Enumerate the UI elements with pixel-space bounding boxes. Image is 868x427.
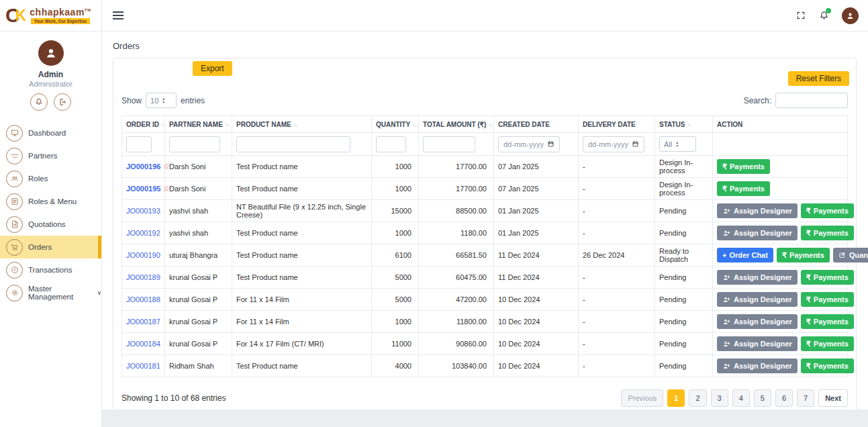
status-filter-select[interactable]: All▲▼ [659, 136, 696, 152]
created-date-cell: 10 Dec 2024 [494, 311, 579, 333]
column-header[interactable]: QUANTITY↑↓ [372, 116, 419, 133]
payments-button[interactable]: ₹Payments [801, 203, 854, 218]
order-id-link[interactable]: JO000190 [126, 251, 160, 259]
created-date-cell: 10 Dec 2024 [494, 355, 579, 377]
partner-name-cell: yashvi shah [165, 222, 232, 244]
payments-button[interactable]: ₹Payments [777, 248, 830, 263]
sidebar-item-orders[interactable]: Orders [0, 236, 101, 258]
notifications-bell-button[interactable] [818, 10, 830, 21]
order-id-link[interactable]: JO000192 [126, 229, 160, 237]
page-background-strip [102, 410, 868, 427]
payments-button[interactable]: ₹Payments [801, 314, 854, 329]
pagination-page-button[interactable]: 4 [732, 389, 750, 407]
pagination-page-button[interactable]: 7 [797, 389, 814, 407]
partner-name-cell: krunal Gosai P [165, 289, 232, 311]
payments-button[interactable]: ₹Payments [801, 336, 854, 351]
handshake-icon [6, 148, 23, 164]
action-buttons: Assign Designer₹Payments [717, 226, 843, 240]
delivery-date-cell: - [579, 178, 655, 200]
entries-summary: Showing 1 to 10 of 68 entries [122, 393, 226, 403]
assign-designer-button[interactable]: Assign Designer [717, 336, 798, 351]
sidebar-item-transactions[interactable]: ₹Transactions [0, 258, 101, 281]
sidebar-item-partners[interactable]: Partners [0, 144, 101, 167]
payments-button[interactable]: ₹Payments [801, 270, 854, 285]
payments-button[interactable]: ₹Payments [717, 181, 770, 196]
column-header[interactable]: STATUS↑↓ [655, 116, 713, 133]
pagination-page-button[interactable]: 6 [775, 389, 793, 407]
sidebar-item-roles[interactable]: Roles [0, 167, 101, 190]
payments-button[interactable]: ₹Payments [801, 226, 854, 240]
column-filter-input[interactable] [236, 136, 350, 152]
payments-button[interactable]: ₹Payments [717, 159, 770, 174]
order-id-link[interactable]: JO000181 [126, 362, 160, 370]
column-filter-input[interactable] [423, 136, 475, 152]
sidebar: CK chhapkaamTM Your Work, Our Expertise … [0, 0, 102, 427]
assign-designer-button[interactable]: Assign Designer [717, 226, 798, 240]
assign-designer-button[interactable]: Assign Designer [717, 292, 798, 307]
page-size-select[interactable]: 10 ▲▼ [146, 93, 177, 108]
assign-designer-button[interactable]: Assign Designer [717, 203, 798, 218]
user-avatar-icon [38, 40, 64, 66]
quantity-button[interactable]: Quantity [833, 248, 868, 263]
search-input[interactable] [775, 93, 848, 108]
pagination-page-button[interactable]: 5 [754, 389, 771, 407]
reset-filters-button[interactable]: Reset Filters [788, 71, 849, 86]
sidebar-item-roles-menu[interactable]: Roles & Menu [0, 190, 101, 213]
sort-icon[interactable]: ↑↓ [488, 122, 492, 128]
menu-toggle-button[interactable] [113, 11, 124, 19]
payments-button[interactable]: ₹Payments [801, 359, 854, 373]
sidebar-item-master-management[interactable]: Master Management∨ [0, 281, 101, 304]
payments-button[interactable]: ₹Payments [801, 292, 854, 307]
date-filter-input[interactable]: dd-mm-yyyy [583, 136, 644, 152]
page-size-control: Show 10 ▲▼ entries [122, 93, 205, 108]
select-arrows-icon: ▲▼ [162, 97, 165, 103]
profile-menu-button[interactable] [842, 7, 859, 24]
assign-designer-button[interactable]: Assign Designer [717, 359, 798, 373]
action-buttons: Assign Designer₹Payments [717, 359, 843, 373]
date-filter-input[interactable]: dd-mm-yyyy [498, 136, 560, 152]
sort-icon[interactable]: ↑↓ [687, 122, 691, 128]
order-id-link[interactable]: JO000187 [126, 318, 160, 326]
total-amount-cell: 60475.00 [419, 267, 494, 289]
sort-icon[interactable]: ↑↓ [293, 122, 297, 128]
pagination-next-button[interactable]: Next [818, 389, 848, 407]
sidebar-item-quotations[interactable]: Quotations [0, 213, 101, 236]
sort-icon[interactable]: ↑↓ [161, 122, 165, 128]
column-filter-input[interactable] [376, 136, 406, 152]
column-filter-input[interactable] [126, 136, 152, 152]
sort-icon[interactable]: ↑↓ [412, 122, 416, 128]
order-id-link[interactable]: JO000196 [126, 162, 160, 171]
pagination-page-button[interactable]: 3 [711, 389, 728, 407]
order-id-link[interactable]: JO000193 [126, 207, 160, 215]
pagination-page-button[interactable]: 1 [667, 389, 685, 407]
order-chat-button[interactable]: +Order Chat [717, 248, 773, 263]
product-name-cell: Test Product name [232, 156, 372, 178]
document-icon [6, 216, 23, 233]
column-header[interactable]: ORDER ID↑↓ [122, 116, 165, 133]
order-id-link[interactable]: JO000189 [126, 273, 160, 281]
pagination-page-button[interactable]: 2 [689, 389, 706, 407]
order-id-link[interactable]: JO000184 [126, 340, 160, 348]
assign-designer-button[interactable]: Assign Designer [717, 314, 798, 329]
notifications-button[interactable] [30, 93, 48, 111]
order-id-link[interactable]: JO000188 [126, 295, 160, 303]
sidebar-item-dashboard[interactable]: Dashboard [0, 122, 101, 144]
column-filter-input[interactable] [169, 136, 220, 152]
user-profile: Admin Administrator [0, 32, 101, 111]
partner-name-cell: uturaj Bhangra [165, 244, 232, 267]
order-id-link[interactable]: JO000195 [126, 185, 160, 193]
brand-logo[interactable]: CK chhapkaamTM Your Work, Our Expertise [0, 0, 101, 32]
export-button[interactable]: Export [193, 61, 232, 76]
sort-icon[interactable]: ↑↓ [225, 122, 229, 128]
column-header[interactable]: PARTNER NAME↑↓ [165, 116, 232, 133]
fullscreen-button[interactable] [795, 10, 806, 21]
rupee-icon: ₹ [806, 362, 811, 371]
column-header[interactable]: TOTAL AMOUNT (₹)↑↓ [419, 116, 494, 133]
pagination-previous-button[interactable]: Previous [621, 389, 663, 407]
column-header[interactable]: PRODUCT NAME↑↓ [232, 116, 372, 133]
orders-table-head: ORDER ID↑↓PARTNER NAME↑↓PRODUCT NAME↑↓QU… [122, 116, 848, 133]
delivery-date-cell: - [579, 333, 655, 355]
assign-designer-button[interactable]: Assign Designer [717, 270, 798, 285]
quantity-cell: 6100 [372, 244, 419, 267]
logout-button[interactable] [54, 93, 71, 111]
